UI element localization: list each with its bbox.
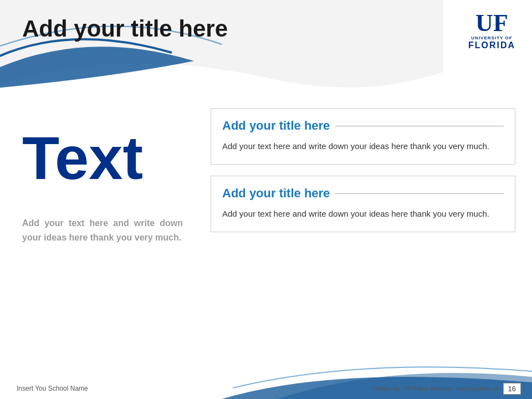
uf-logo: UF University of FLORIDA <box>468 11 515 50</box>
university-text: University of <box>471 35 512 40</box>
block-1-title: Add your title here <box>222 119 504 133</box>
block-2-title: Add your title here <box>222 186 504 201</box>
footer-right: Design by : PPTfans Website : www.pptfan… <box>372 383 521 395</box>
main-title: Add your title here <box>22 16 228 42</box>
left-body-text: Add your text here and write down your i… <box>22 216 183 244</box>
big-text-display: Text <box>22 127 143 188</box>
right-blocks-container: Add your title here Add your text here a… <box>211 108 515 232</box>
block-2-title-text: Add your title here <box>222 186 330 201</box>
uf-letters: UF <box>475 11 508 35</box>
block-1-body: Add your text here and write down your i… <box>222 140 504 153</box>
title-line-1 <box>335 126 504 126</box>
page-number: 16 <box>503 383 521 395</box>
title-line-2 <box>335 193 504 194</box>
footer-credits: Design by : PPTfans Website : www.pptfan… <box>372 385 499 392</box>
block-1-title-text: Add your title here <box>222 119 330 133</box>
content-block-2: Add your title here Add your text here a… <box>211 176 515 232</box>
content-block-1: Add your title here Add your text here a… <box>211 108 515 165</box>
footer-school-name: Insert You School Name <box>17 385 88 392</box>
block-2-body: Add your text here and write down your i… <box>222 207 504 221</box>
top-decoration <box>0 0 532 100</box>
slide: Add your title here UF University of FLO… <box>0 0 532 399</box>
florida-text: FLORIDA <box>468 40 515 50</box>
footer: Insert You School Name Design by : PPTfa… <box>0 378 532 399</box>
